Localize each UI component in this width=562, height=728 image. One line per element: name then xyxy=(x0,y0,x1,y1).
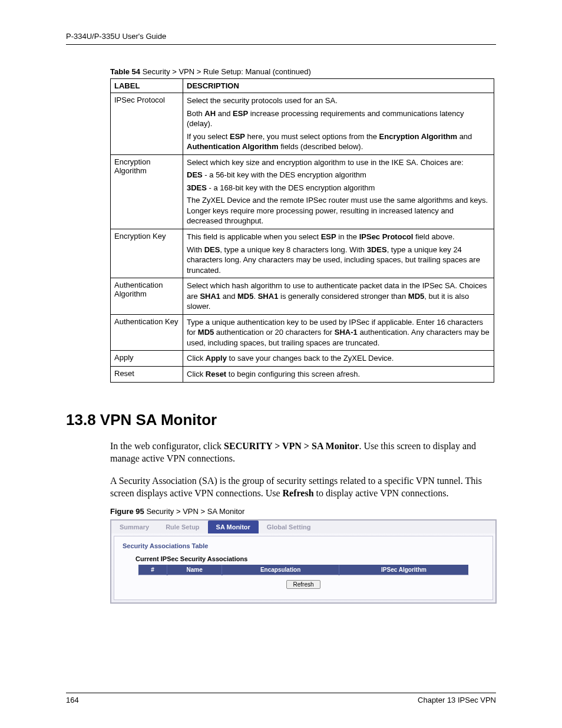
running-header: P-334U/P-335U User's Guide xyxy=(66,32,496,45)
table-header-label: LABEL xyxy=(111,79,183,93)
body-paragraph-1: In the web configurator, click SECURITY … xyxy=(110,440,496,465)
table-row-description: Select which hash algorithm to use to au… xyxy=(183,278,494,315)
sa-table: #NameEncapsulationIPSec Algorithm xyxy=(138,565,468,578)
figure-caption-rest: Security > VPN > SA Monitor xyxy=(144,507,245,516)
sa-column-header: # xyxy=(138,565,167,575)
tab-rule-setup[interactable]: Rule Setup xyxy=(157,521,207,533)
table-row-label: Reset xyxy=(111,367,183,383)
table-caption: Table 54 Security > VPN > Rule Setup: Ma… xyxy=(110,67,496,76)
table-row-description: This field is applicable when you select… xyxy=(183,229,494,278)
panel-title: Security Associations Table xyxy=(120,541,487,555)
table-row-description: Click Reset to begin configuring this sc… xyxy=(183,367,494,383)
table-row-label: Encryption Key xyxy=(111,229,183,278)
refresh-button[interactable]: Refresh xyxy=(286,580,320,589)
sa-column-header: Encapsulation xyxy=(222,565,339,575)
table-caption-rest: Security > VPN > Rule Setup: Manual (con… xyxy=(140,67,311,76)
table-row-label: Encryption Algorithm xyxy=(111,154,183,229)
figure-caption-bold: Figure 95 xyxy=(110,507,144,516)
tab-global-setting[interactable]: Global Setting xyxy=(259,521,319,533)
table-row-description: Type a unique authentication key to be u… xyxy=(183,314,494,351)
tab-summary[interactable]: Summary xyxy=(111,521,157,533)
body-paragraph-2: A Security Association (SA) is the group… xyxy=(110,475,496,500)
table-row-label: Apply xyxy=(111,351,183,367)
tabs-row: SummaryRule SetupSA MonitorGlobal Settin… xyxy=(111,521,495,533)
inner-panel: Security Associations Table Current IPSe… xyxy=(114,536,493,600)
table-row-description: Select the security protocols used for a… xyxy=(183,93,494,155)
figure-caption: Figure 95 Security > VPN > SA Monitor xyxy=(110,507,496,516)
sa-column-header: Name xyxy=(167,565,222,575)
table-row-description: Click Apply to save your changes back to… xyxy=(183,351,494,367)
table-row-label: IPSec Protocol xyxy=(111,93,183,155)
tab-sa-monitor[interactable]: SA Monitor xyxy=(208,521,259,533)
table-caption-bold: Table 54 xyxy=(110,67,140,76)
sa-monitor-screenshot: SummaryRule SetupSA MonitorGlobal Settin… xyxy=(110,519,497,604)
table-header-description: DESCRIPTION xyxy=(183,79,494,93)
table-row-description: Select which key size and encryption alg… xyxy=(183,154,494,229)
sa-column-header: IPSec Algorithm xyxy=(339,565,468,575)
panel-subtitle: Current IPSec Security Associations xyxy=(120,555,487,562)
page-footer: 164 Chapter 13 IPSec VPN xyxy=(66,693,496,704)
chapter-label: Chapter 13 IPSec VPN xyxy=(418,696,496,704)
section-heading: 13.8 VPN SA Monitor xyxy=(66,411,496,429)
table-row-label: Authentication Algorithm xyxy=(111,278,183,315)
table-row-label: Authentication Key xyxy=(111,314,183,351)
parameter-table: LABEL DESCRIPTION IPSec ProtocolSelect t… xyxy=(110,78,494,383)
page-number: 164 xyxy=(66,696,79,704)
